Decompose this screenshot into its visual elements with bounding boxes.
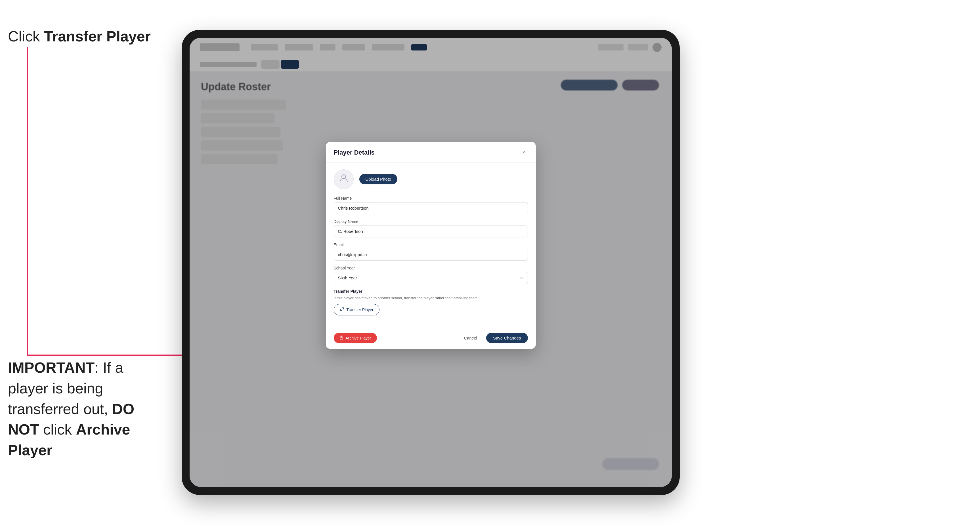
transfer-player-section: Transfer Player If this player has moved… xyxy=(334,289,528,316)
full-name-input[interactable] xyxy=(334,202,528,214)
svg-rect-1 xyxy=(340,337,343,339)
user-silhouette-icon xyxy=(339,173,349,185)
archive-icon xyxy=(339,335,344,340)
school-year-label: School Year xyxy=(334,266,528,270)
cancel-button[interactable]: Cancel xyxy=(459,333,482,343)
archive-player-label: Archive Player xyxy=(346,336,371,340)
transfer-player-button[interactable]: Transfer Player xyxy=(334,304,379,316)
school-year-select[interactable]: First Year Second Year Third Year Fourth… xyxy=(334,272,528,284)
photo-upload-row: Upload Photo xyxy=(334,169,528,189)
upload-photo-button[interactable]: Upload Photo xyxy=(359,174,398,184)
instruction-bold: Transfer Player xyxy=(44,28,151,44)
modal-body: Upload Photo Full Name Display Name xyxy=(326,162,536,328)
display-name-input[interactable] xyxy=(334,225,528,237)
transfer-section-description: If this player has moved to another scho… xyxy=(334,295,528,301)
display-name-group: Display Name xyxy=(334,219,528,237)
modal-overlay: Player Details × xyxy=(189,38,672,487)
email-input[interactable] xyxy=(334,249,528,261)
modal-header: Player Details × xyxy=(326,142,536,162)
save-changes-button[interactable]: Save Changes xyxy=(486,333,528,343)
modal-close-button[interactable]: × xyxy=(520,149,528,157)
display-name-label: Display Name xyxy=(334,219,528,224)
transfer-section-title: Transfer Player xyxy=(334,289,528,294)
transfer-player-label: Transfer Player xyxy=(347,308,374,312)
school-year-group: School Year First Year Second Year Third… xyxy=(334,266,528,284)
instruction-top: Click Transfer Player xyxy=(8,27,151,46)
instruction-important: IMPORTANT xyxy=(8,359,94,376)
transfer-icon xyxy=(340,307,344,313)
svg-point-0 xyxy=(342,175,346,179)
footer-right-actions: Cancel Save Changes xyxy=(459,333,528,343)
instruction-rest2: click xyxy=(39,421,76,438)
photo-placeholder xyxy=(334,169,354,189)
email-group: Email xyxy=(334,243,528,261)
email-label: Email xyxy=(334,243,528,247)
tablet-screen: Update Roster Player Details × xyxy=(189,38,672,487)
full-name-label: Full Name xyxy=(334,196,528,200)
archive-player-button[interactable]: Archive Player xyxy=(334,333,377,343)
tablet-device: Update Roster Player Details × xyxy=(181,30,680,495)
modal-footer: Archive Player Cancel Save Changes xyxy=(326,328,536,349)
player-details-modal: Player Details × xyxy=(326,142,536,349)
annotation-line-vertical xyxy=(27,47,28,356)
full-name-group: Full Name xyxy=(334,196,528,214)
modal-title: Player Details xyxy=(334,149,375,156)
instruction-bottom: IMPORTANT: If a player is being transfer… xyxy=(8,357,161,460)
instruction-prefix: Click xyxy=(8,28,44,44)
